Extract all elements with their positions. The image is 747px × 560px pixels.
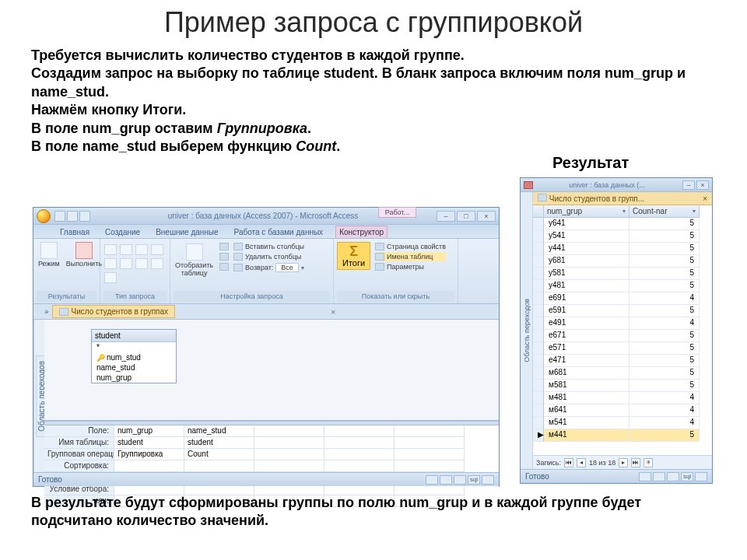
query-type-select-icon[interactable] [104,244,117,255]
qbe-cell[interactable] [254,425,324,437]
qbe-cell[interactable] [184,460,254,472]
nav-next-icon[interactable]: ▸ [619,458,628,467]
ribbon-tab-3[interactable]: Работа с базами данных [231,226,327,238]
result-minimize-button[interactable]: – [682,180,695,190]
qbe-cell[interactable]: student [114,437,184,449]
qbe-cell[interactable] [254,460,324,472]
nav-new-icon[interactable]: ✳ [644,458,653,467]
qbe-cell[interactable] [395,437,465,449]
qbe-cell[interactable] [395,460,465,472]
table-row[interactable]: е5915 [533,305,712,317]
table-names-button[interactable]: Имена таблиц [375,252,446,261]
insert-columns-button[interactable]: Вставить столбцы [233,242,304,251]
qbe-cell[interactable] [114,460,184,472]
view-datasheet-icon[interactable] [426,475,438,485]
view-sql-icon[interactable]: sql [681,472,693,481]
run-button[interactable]: Выполнить [65,240,103,269]
view-pivotchart-icon[interactable] [454,475,466,485]
view-pivottable-icon[interactable] [653,472,665,481]
table-row[interactable]: у6815 [533,255,712,268]
query-type-union-icon[interactable] [135,258,148,269]
result-close-button[interactable]: × [696,180,709,190]
nav-prev-icon[interactable]: ◂ [577,458,586,467]
view-design-icon[interactable] [695,472,707,481]
table-row[interactable]: е4715 [533,355,712,367]
table-row[interactable]: м5815 [533,380,712,392]
table-field[interactable]: 🔑num_stud [92,352,176,362]
ribbon-tab-1[interactable]: Создание [102,226,143,238]
table-row[interactable]: м5414 [533,417,712,429]
qbe-cell[interactable]: Count [184,449,254,460]
office-orb-icon[interactable] [37,209,51,223]
result-nav-pane[interactable]: Область переходов [521,192,533,469]
col-count[interactable]: Count-nar▾ [630,205,700,218]
table-row[interactable]: у4415 [533,243,712,255]
table-row[interactable]: е6914 [533,292,712,305]
table-row[interactable]: у5815 [533,268,712,280]
qbe-cell[interactable] [324,460,395,472]
parameters-button[interactable]: Параметры [375,262,446,271]
query-type-delete-icon[interactable] [120,258,132,269]
ribbon-tab-0[interactable]: Главная [57,226,93,238]
view-design-icon[interactable] [482,475,494,485]
delete-rows-button[interactable] [219,252,229,261]
nav-last-icon[interactable]: ⏭ [631,458,640,467]
qbe-cell[interactable] [254,449,324,460]
query-doc-tab[interactable]: Число студентов в группах [52,305,176,318]
table-row[interactable]: м6815 [533,367,712,380]
table-field[interactable]: num_grup [92,373,176,383]
query-type-crosstab-icon[interactable] [104,258,117,269]
qat-save-icon[interactable] [54,211,65,222]
table-field-star[interactable]: * [92,342,176,352]
ribbon-tab-4[interactable]: Конструктор [335,226,388,238]
qbe-cell[interactable]: name_stud [184,425,254,437]
table-row[interactable]: ▶м4415 [533,429,712,442]
query-type-append-icon[interactable] [135,244,148,255]
table-row[interactable]: у5415 [533,230,712,243]
table-field[interactable]: name_stud [92,362,176,373]
insert-rows-button[interactable] [219,242,229,251]
close-button[interactable]: × [477,211,496,222]
view-sql-icon[interactable]: sql [468,475,480,485]
table-row[interactable]: е4914 [533,317,712,330]
qat-undo-icon[interactable] [67,211,78,222]
ribbon-tab-2[interactable]: Внешние данные [153,226,221,238]
qat-redo-icon[interactable] [79,211,90,222]
restore-button[interactable]: □ [457,211,475,222]
result-doc-close-icon[interactable]: × [703,194,707,203]
qbe-cell[interactable] [324,425,395,437]
table-row[interactable]: у6415 [533,218,712,230]
doc-close-icon[interactable]: × [331,307,335,317]
view-button[interactable]: Режим [37,240,61,269]
qbe-cell[interactable] [254,437,324,449]
qbe-cell[interactable]: Группировка [114,449,184,460]
query-type-ddl-icon[interactable] [104,272,117,283]
return-limit[interactable]: Возврат: Все▾ [233,262,304,273]
table-row[interactable]: у4815 [533,280,712,292]
nav-first-icon[interactable]: ⏮ [564,458,573,467]
delete-columns-button[interactable]: Удалить столбцы [233,252,304,261]
chevron-down-icon[interactable]: ▾ [622,208,626,215]
view-pivottable-icon[interactable] [440,475,452,485]
nav-pane-toggle-icon[interactable]: » [44,307,49,316]
col-num-grup[interactable]: num_grup▾ [544,205,630,218]
datasheet[interactable]: num_grup▾ Count-nar▾ у6415у5415у4415у681… [533,205,712,455]
table-row[interactable]: м6414 [533,404,712,417]
chevron-down-icon[interactable]: ▾ [693,208,696,215]
qbe-cell[interactable] [395,425,465,437]
qbe-cell[interactable] [324,437,395,449]
show-table-button[interactable]: Отобразить таблицу [174,242,215,278]
result-doc-tab[interactable]: Число студентов в групп... × [533,192,712,205]
qbe-cell[interactable]: student [184,437,254,449]
query-type-maketable-icon[interactable] [120,244,132,255]
qbe-cell[interactable] [324,449,395,460]
minimize-button[interactable]: – [437,211,455,222]
table-student[interactable]: student * 🔑num_studname_studnum_grup [91,329,177,383]
qbe-cell[interactable]: num_grup [114,425,184,437]
view-datasheet-icon[interactable] [639,472,651,481]
property-sheet-button[interactable]: Страница свойств [375,242,446,251]
builder-button[interactable] [219,262,229,271]
view-pivotchart-icon[interactable] [667,472,679,481]
table-row[interactable]: е6715 [533,330,712,342]
query-type-passthru-icon[interactable] [151,258,163,269]
